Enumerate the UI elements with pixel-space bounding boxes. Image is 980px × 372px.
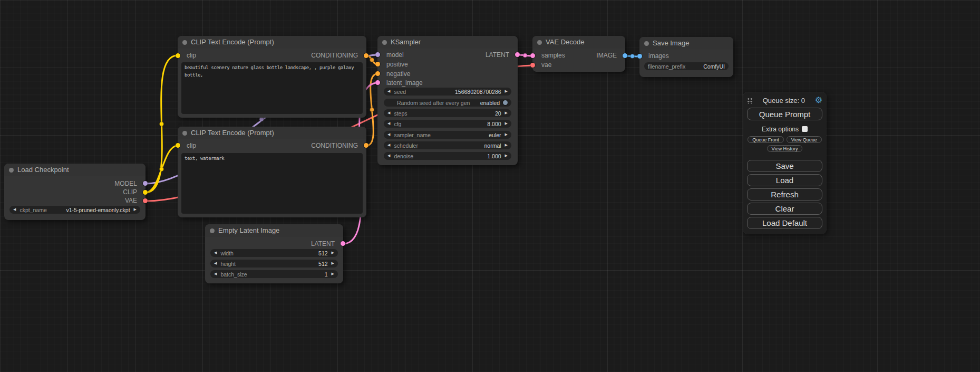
input-slot-negative: negative bbox=[377, 71, 518, 78]
decrement-arrow-icon[interactable]: ◀ bbox=[387, 120, 390, 128]
extra-options-checkbox[interactable] bbox=[802, 126, 808, 132]
widget-random-seed[interactable]: Random seed after every gen enabled bbox=[384, 99, 511, 107]
node-title-bar[interactable]: CLIP Text Encode (Prompt) bbox=[178, 36, 366, 49]
node-graph-canvas[interactable]: Load Checkpoint MODEL CLIP VAE ◀ ckpt_na… bbox=[0, 0, 980, 372]
widget-denoise[interactable]: ◀ denoise 1.000 ▶ bbox=[384, 152, 511, 160]
increment-arrow-icon[interactable]: ▶ bbox=[332, 249, 334, 257]
collapse-dot-icon[interactable] bbox=[644, 41, 649, 46]
settings-gear-icon[interactable]: ⚙ bbox=[815, 96, 822, 104]
prev-arrow-icon[interactable]: ◀ bbox=[13, 206, 16, 214]
widget-value: 20 bbox=[495, 110, 501, 117]
output-port-image[interactable] bbox=[623, 53, 627, 58]
node-save-image[interactable]: Save Image images filename_prefix ComfyU… bbox=[639, 37, 733, 77]
input-port-model[interactable] bbox=[375, 52, 380, 57]
node-title: Save Image bbox=[653, 39, 689, 47]
node-clip-text-encode-positive[interactable]: CLIP Text Encode (Prompt) clip CONDITION… bbox=[178, 36, 366, 118]
collapse-dot-icon[interactable] bbox=[382, 40, 387, 45]
prompt-textarea[interactable]: text, watermark bbox=[181, 153, 363, 214]
decrement-arrow-icon[interactable]: ◀ bbox=[214, 270, 217, 278]
increment-arrow-icon[interactable]: ▶ bbox=[332, 270, 334, 278]
widget-sampler-name[interactable]: ◀ sampler_name euler ▶ bbox=[384, 131, 511, 139]
next-arrow-icon[interactable]: ▶ bbox=[134, 206, 137, 214]
node-load-checkpoint[interactable]: Load Checkpoint MODEL CLIP VAE ◀ ckpt_na… bbox=[4, 164, 145, 220]
widget-name: scheduler bbox=[394, 142, 418, 149]
input-port-latent-image[interactable] bbox=[375, 80, 380, 85]
collapse-dot-icon[interactable] bbox=[182, 40, 187, 45]
refresh-button[interactable]: Refresh bbox=[747, 188, 822, 201]
node-title-bar[interactable]: VAE Decode bbox=[532, 36, 625, 49]
widget-batch-size[interactable]: ◀ batch_size 1 ▶ bbox=[210, 270, 338, 278]
widget-cfg[interactable]: ◀ cfg 8.000 ▶ bbox=[384, 120, 511, 128]
view-queue-button[interactable]: View Queue bbox=[787, 136, 822, 143]
prev-arrow-icon[interactable]: ◀ bbox=[387, 141, 390, 149]
decrement-arrow-icon[interactable]: ◀ bbox=[387, 109, 390, 117]
increment-arrow-icon[interactable]: ▶ bbox=[505, 109, 508, 117]
input-port-clip[interactable] bbox=[176, 143, 180, 148]
drag-handle-icon[interactable] bbox=[747, 97, 753, 104]
collapse-dot-icon[interactable] bbox=[9, 168, 14, 173]
node-title-bar[interactable]: Load Checkpoint bbox=[4, 164, 145, 176]
output-slot-conditioning: CONDITIONING bbox=[178, 142, 366, 149]
link-midpoint-dot bbox=[160, 167, 164, 171]
node-clip-text-encode-negative[interactable]: CLIP Text Encode (Prompt) clip CONDITION… bbox=[178, 127, 366, 217]
output-port-latent[interactable] bbox=[515, 52, 520, 57]
slot-label: CLIP bbox=[123, 188, 137, 196]
clear-button[interactable]: Clear bbox=[747, 203, 822, 215]
output-port-latent[interactable] bbox=[341, 241, 345, 246]
input-port-images[interactable] bbox=[637, 54, 642, 59]
link-midpoint-dot bbox=[370, 58, 374, 62]
increment-arrow-icon[interactable]: ▶ bbox=[505, 88, 508, 96]
node-title-bar[interactable]: Empty Latent Image bbox=[205, 224, 343, 237]
toggle-knob[interactable] bbox=[503, 100, 508, 105]
widget-seed[interactable]: ◀ seed 156680208700286 ▶ bbox=[384, 88, 511, 96]
increment-arrow-icon[interactable]: ▶ bbox=[505, 152, 508, 160]
node-title-bar[interactable]: CLIP Text Encode (Prompt) bbox=[178, 127, 366, 139]
node-ksampler[interactable]: KSampler model positive negative latent_… bbox=[377, 36, 518, 165]
slot-label: CONDITIONING bbox=[311, 142, 358, 149]
widget-scheduler[interactable]: ◀ scheduler normal ▶ bbox=[384, 141, 511, 149]
save-button[interactable]: Save bbox=[747, 160, 822, 172]
prev-arrow-icon[interactable]: ◀ bbox=[387, 131, 390, 139]
next-arrow-icon[interactable]: ▶ bbox=[505, 141, 508, 149]
widget-filename-prefix[interactable]: filename_prefix ComfyUI bbox=[644, 62, 729, 70]
input-port-negative[interactable] bbox=[375, 71, 380, 76]
output-port-vae[interactable] bbox=[143, 198, 148, 203]
input-port-clip[interactable] bbox=[176, 53, 180, 58]
comfy-menu-panel: Queue size: 0 ⚙ Queue Prompt Extra optio… bbox=[743, 92, 826, 234]
queue-front-button[interactable]: Queue Front bbox=[748, 136, 784, 143]
widget-height[interactable]: ◀ height 512 ▶ bbox=[210, 260, 338, 268]
decrement-arrow-icon[interactable]: ◀ bbox=[214, 249, 217, 257]
node-empty-latent-image[interactable]: Empty Latent Image LATENT ◀ width 512 ▶ … bbox=[205, 224, 343, 283]
prompt-textarea[interactable]: beautiful scenery nature glass bottle la… bbox=[181, 62, 363, 114]
widget-steps[interactable]: ◀ steps 20 ▶ bbox=[384, 109, 511, 117]
node-vae-decode[interactable]: VAE Decode samples vae IMAGE bbox=[532, 36, 625, 72]
output-port-clip[interactable] bbox=[143, 190, 148, 195]
decrement-arrow-icon[interactable]: ◀ bbox=[214, 260, 217, 268]
widget-ckpt-name[interactable]: ◀ ckpt_name v1-5-pruned-emaonly.ckpt ▶ bbox=[9, 206, 140, 214]
view-history-button[interactable]: View History bbox=[767, 145, 803, 152]
next-arrow-icon[interactable]: ▶ bbox=[505, 131, 508, 139]
collapse-dot-icon[interactable] bbox=[210, 228, 215, 233]
input-port-samples[interactable] bbox=[530, 53, 535, 58]
collapse-dot-icon[interactable] bbox=[182, 131, 187, 136]
increment-arrow-icon[interactable]: ▶ bbox=[505, 120, 508, 128]
link-midpoint-dot bbox=[523, 53, 527, 58]
decrement-arrow-icon[interactable]: ◀ bbox=[387, 152, 390, 160]
wire-clip-negative bbox=[145, 146, 178, 193]
node-title-bar[interactable]: KSampler bbox=[377, 36, 518, 49]
load-default-button[interactable]: Load Default bbox=[747, 217, 822, 229]
output-port-conditioning[interactable] bbox=[364, 143, 368, 148]
collapse-dot-icon[interactable] bbox=[537, 40, 542, 45]
output-port-model[interactable] bbox=[143, 181, 148, 186]
widget-width[interactable]: ◀ width 512 ▶ bbox=[210, 249, 338, 257]
decrement-arrow-icon[interactable]: ◀ bbox=[387, 88, 390, 96]
node-title-bar[interactable]: Save Image bbox=[639, 37, 733, 50]
load-button[interactable]: Load bbox=[747, 174, 822, 186]
increment-arrow-icon[interactable]: ▶ bbox=[332, 260, 334, 268]
input-port-vae[interactable] bbox=[530, 63, 535, 68]
input-port-positive[interactable] bbox=[375, 62, 380, 66]
widget-value: 8.000 bbox=[487, 121, 501, 127]
slot-label: vae bbox=[541, 61, 551, 69]
queue-prompt-button[interactable]: Queue Prompt bbox=[747, 108, 822, 120]
output-port-conditioning[interactable] bbox=[364, 53, 368, 58]
